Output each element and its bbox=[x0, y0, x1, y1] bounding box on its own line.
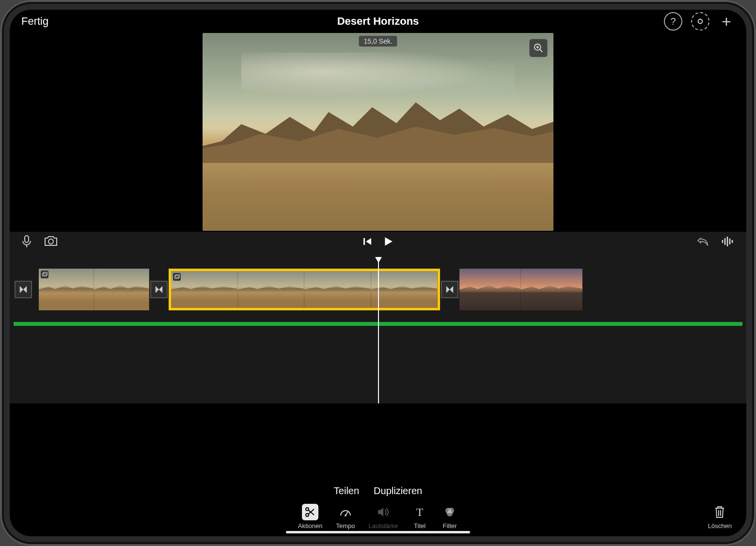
delete-button[interactable]: Löschen bbox=[708, 505, 732, 530]
duration-badge: 15,0 Sek. bbox=[359, 36, 397, 47]
svg-line-16 bbox=[309, 510, 315, 515]
scissors-icon bbox=[302, 504, 318, 520]
svg-point-0 bbox=[698, 19, 703, 24]
gauge-icon bbox=[337, 504, 354, 520]
tool-label: Filter bbox=[443, 522, 457, 530]
text-icon: T bbox=[411, 504, 428, 520]
duplicate-button[interactable]: Duplizieren bbox=[374, 485, 422, 497]
svg-rect-5 bbox=[25, 236, 29, 242]
svg-line-17 bbox=[309, 509, 315, 514]
trash-icon bbox=[714, 505, 725, 520]
svg-point-19 bbox=[345, 514, 346, 516]
undo-icon[interactable] bbox=[697, 236, 709, 249]
clip-1[interactable] bbox=[39, 269, 149, 310]
svg-point-15 bbox=[306, 514, 309, 516]
filter-tool[interactable]: Filter bbox=[441, 504, 458, 530]
play-icon[interactable] bbox=[383, 236, 394, 249]
waveform-icon[interactable] bbox=[721, 236, 735, 249]
help-icon[interactable]: ? bbox=[664, 12, 682, 31]
preview-viewer: 15,0 Sek. bbox=[10, 33, 746, 232]
tool-label: Lautstärke bbox=[368, 522, 398, 530]
preview-canvas[interactable]: 15,0 Sek. bbox=[203, 33, 553, 231]
kenburns-badge-icon bbox=[173, 273, 181, 281]
clip-3[interactable] bbox=[459, 269, 583, 310]
home-indicator[interactable] bbox=[286, 531, 470, 533]
tool-label: Titel bbox=[414, 522, 425, 530]
tempo-tool[interactable]: Tempo bbox=[336, 504, 355, 530]
svg-point-22 bbox=[447, 511, 453, 516]
transition-icon[interactable] bbox=[150, 281, 168, 298]
kenburns-badge-icon bbox=[41, 271, 48, 278]
edit-toolbar: Aktionen Tempo Lautstärke T Titel Filter bbox=[10, 504, 746, 530]
delete-label: Löschen bbox=[708, 522, 732, 530]
actions-tool[interactable]: Aktionen bbox=[298, 504, 323, 530]
microphone-icon[interactable] bbox=[21, 235, 32, 250]
top-bar: Fertig Desert Horizons ? + bbox=[10, 10, 746, 33]
transport-bar bbox=[10, 232, 746, 253]
filter-icon bbox=[441, 504, 458, 520]
clip-selected[interactable] bbox=[169, 269, 440, 310]
project-title: Desert Horizons bbox=[10, 15, 746, 28]
skip-back-icon[interactable] bbox=[362, 237, 372, 248]
transition-icon[interactable] bbox=[15, 281, 32, 298]
svg-point-14 bbox=[306, 508, 309, 511]
transition-icon[interactable] bbox=[441, 281, 458, 298]
done-button[interactable]: Fertig bbox=[21, 15, 48, 28]
volume-tool: Lautstärke bbox=[368, 504, 398, 530]
speaker-icon bbox=[375, 504, 392, 520]
gear-icon[interactable] bbox=[691, 12, 709, 31]
svg-line-2 bbox=[540, 49, 543, 52]
tool-label: Aktionen bbox=[298, 522, 323, 530]
playhead[interactable] bbox=[378, 262, 379, 403]
timeline[interactable] bbox=[10, 253, 746, 403]
camera-icon[interactable] bbox=[44, 235, 58, 250]
device-frame: Fertig Desert Horizons ? + 15,0 Sek. bbox=[0, 0, 756, 546]
svg-rect-8 bbox=[363, 238, 365, 245]
plus-icon[interactable]: + bbox=[718, 13, 735, 30]
clip-action-bar: Teilen Duplizieren bbox=[10, 485, 746, 497]
magnify-plus-icon[interactable] bbox=[529, 39, 548, 57]
tool-label: Tempo bbox=[336, 522, 355, 530]
app-screen: Fertig Desert Horizons ? + 15,0 Sek. bbox=[10, 10, 746, 536]
split-button[interactable]: Teilen bbox=[334, 485, 359, 497]
title-tool[interactable]: T Titel bbox=[411, 504, 428, 530]
svg-point-7 bbox=[48, 239, 53, 244]
